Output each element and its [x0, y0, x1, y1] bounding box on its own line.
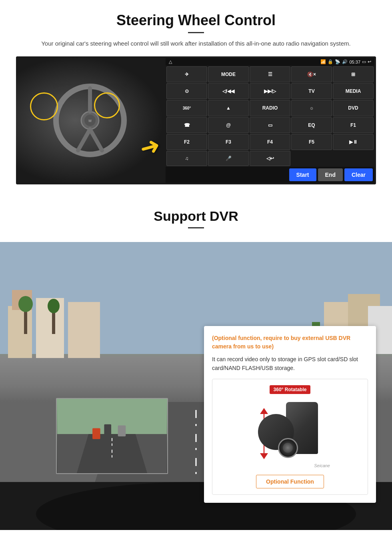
radio-ui-panel: △ 📶 🔒 📡 🔊 05:37 ▭ ↩ ✈ MODE ☰ 🔇× ⊞ ⊙	[164, 56, 376, 184]
steering-wheel-svg: M	[50, 80, 130, 160]
start-button[interactable]: Start	[289, 168, 316, 181]
lock-icon: 🔒	[328, 59, 333, 64]
dvr-inset-svg	[57, 399, 167, 473]
dvr-optional-text: (Optional function, require to buy exter…	[212, 334, 368, 351]
camera-lens	[278, 438, 298, 458]
dvr-title-divider	[188, 227, 204, 228]
radio-btn-brightness[interactable]: ☼	[291, 100, 332, 116]
radio-btn-f4[interactable]: F4	[250, 134, 290, 150]
radio-btn-360[interactable]: 360°	[166, 100, 207, 116]
radio-btn-empty2	[333, 151, 374, 166]
end-button[interactable]: End	[318, 168, 343, 181]
signal-icon: 📡	[335, 59, 340, 64]
radio-btn-screen[interactable]: ▭	[250, 117, 290, 133]
camera-product-box: 360° Rotatable	[212, 379, 368, 495]
radio-btn-mute[interactable]: 🔇×	[291, 66, 332, 82]
dvr-inset-image	[56, 398, 168, 474]
svg-rect-12	[24, 310, 27, 334]
radio-btn-f1[interactable]: F1	[333, 117, 374, 133]
dvr-description: It can record video only to storage in G…	[212, 355, 368, 373]
bluetooth-icon: 🔊	[342, 59, 348, 64]
window-icon: ▭	[362, 59, 366, 64]
radio-action-bar: Start End Clear	[166, 167, 374, 183]
home-icon: △	[169, 59, 172, 64]
radio-btn-playpause[interactable]: ▶⏸	[333, 134, 374, 150]
radio-btn-nav[interactable]: ✈	[166, 66, 207, 82]
optional-function-button[interactable]: Optional Function	[256, 475, 324, 488]
clear-button[interactable]: Clear	[344, 168, 373, 181]
svg-point-13	[18, 296, 33, 312]
dvr-title: Support DVR	[16, 208, 376, 224]
radio-btn-web[interactable]: @	[208, 117, 249, 133]
camera-360-badge: 360° Rotatable	[270, 385, 311, 394]
dvr-section: Support DVR	[0, 196, 392, 530]
svg-line-4	[90, 129, 102, 150]
dvr-info-box: (Optional function, require to buy exter…	[204, 326, 376, 503]
radio-buttons-grid: ✈ MODE ☰ 🔇× ⊞ ⊙ ◁/◀◀ ▶▶/▷ TV MEDIA 360° …	[166, 66, 374, 167]
svg-point-15	[48, 299, 60, 313]
radio-btn-phone[interactable]: ☎	[166, 117, 207, 133]
dvr-header: Support DVR	[0, 196, 392, 242]
seicane-watermark: Seicane	[314, 463, 330, 468]
svg-rect-11	[68, 302, 100, 358]
svg-line-3	[78, 129, 90, 150]
svg-rect-38	[104, 424, 111, 435]
dvr-photo-area: (Optional function, require to buy exter…	[0, 242, 392, 530]
radio-status-bar: △ 📶 🔒 📡 🔊 05:37 ▭ ↩	[166, 58, 374, 66]
circle-right-highlight	[94, 92, 120, 118]
title-divider	[188, 32, 204, 33]
radio-btn-eq[interactable]: EQ	[291, 117, 332, 133]
radio-btn-f3[interactable]: F3	[208, 134, 249, 150]
circle-left-highlight	[30, 92, 58, 120]
status-time: 05:37	[349, 60, 360, 64]
radio-btn-mode[interactable]: MODE	[208, 66, 249, 82]
radio-btn-radio[interactable]: RADIO	[250, 100, 290, 116]
svg-rect-8	[8, 306, 32, 358]
svg-rect-37	[92, 428, 100, 439]
radio-btn-dvd[interactable]: DVD	[333, 100, 374, 116]
radio-btn-menu[interactable]: ☰	[250, 66, 290, 82]
radio-btn-empty1	[291, 151, 332, 166]
radio-btn-apps[interactable]: ⊞	[333, 66, 374, 82]
back-icon: ↩	[368, 59, 371, 64]
radio-btn-next[interactable]: ▶▶/▷	[250, 83, 290, 99]
radio-btn-backtrack[interactable]: ◁↩	[250, 151, 290, 166]
steering-description: Your original car's steering wheel contr…	[32, 39, 360, 48]
radio-btn-prev[interactable]: ◁/◀◀	[208, 83, 249, 99]
radio-btn-eject[interactable]: ▲	[208, 100, 249, 116]
radio-btn-media[interactable]: MEDIA	[333, 83, 374, 99]
radio-btn-tv[interactable]: TV	[291, 83, 332, 99]
svg-rect-14	[52, 312, 55, 334]
radio-btn-music[interactable]: ♫	[166, 151, 207, 166]
steering-composite: M ➜ △ 📶 🔒 📡 🔊 05:37 ▭	[16, 56, 376, 184]
camera-lens-inner	[283, 443, 293, 453]
status-icons: 📶 🔒 📡 🔊 05:37 ▭ ↩	[320, 59, 371, 64]
camera-illustration: Seicane	[246, 398, 334, 470]
steering-photo: M ➜	[16, 56, 164, 184]
svg-rect-39	[118, 426, 126, 436]
radio-btn-settings[interactable]: ⊙	[166, 83, 207, 99]
svg-text:M: M	[88, 119, 92, 123]
steering-section: Steering Wheel Control Your original car…	[0, 0, 392, 192]
radio-btn-f2[interactable]: F2	[166, 134, 207, 150]
steering-title: Steering Wheel Control	[16, 12, 376, 29]
camera-head	[258, 414, 294, 450]
radio-btn-mic[interactable]: 🎤	[208, 151, 249, 166]
wifi-icon: 📶	[320, 59, 326, 64]
radio-btn-f5[interactable]: F5	[291, 134, 332, 150]
